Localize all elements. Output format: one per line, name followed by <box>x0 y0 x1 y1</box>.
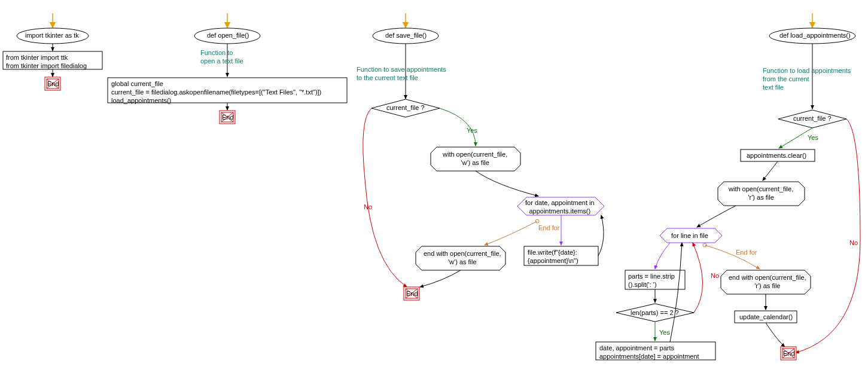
col3-write: file.write(f"{date}: {appointment}\n") <box>528 249 578 265</box>
col4-decision: current_file ? <box>793 115 832 123</box>
col4-len: len(parts) == 2 ? <box>631 309 679 317</box>
col2-code: global current_file current_file = filed… <box>111 80 321 105</box>
col4-yes2: Yes <box>659 329 670 336</box>
svg-line-37 <box>763 161 778 181</box>
col3-comment: Function to save appointments to the cur… <box>357 66 446 82</box>
col2-start: def open_file() <box>207 32 249 40</box>
col3-end: End <box>406 290 418 298</box>
col4-for: for line in file <box>671 232 708 240</box>
col4-comment: Function to load appointments from the c… <box>763 67 851 91</box>
col3-endwith: end with open(current_file, 'w') as file <box>424 250 501 267</box>
col1-start: import tkinter as tk <box>25 32 79 40</box>
col3-with: with open(current_file, 'w') as file <box>443 151 507 167</box>
col4-update: update_calendar() <box>739 313 793 322</box>
col4-endwith: end with open(current_file, 'r') as file <box>729 274 806 291</box>
col1-end: End <box>47 80 59 88</box>
col4-with: with open(current_file, 'r') as file <box>729 185 793 202</box>
col4-no: No <box>849 239 858 246</box>
col4-yes: Yes <box>808 134 818 141</box>
col2-comment: Function to open a text file <box>200 49 243 66</box>
col3-no: No <box>364 203 372 210</box>
col4-no2: No <box>711 272 719 279</box>
col3-endfor: End for <box>538 224 559 231</box>
col4-end: End <box>783 350 795 358</box>
col3-for: for date, appointment in appointments.it… <box>525 199 595 216</box>
col3-yes: Yes <box>467 127 477 134</box>
col3-start: def save_file() <box>385 32 427 40</box>
col4-endfor: End for <box>736 249 757 256</box>
col4-assign: date, appointment = parts appointments[d… <box>599 344 699 361</box>
col1-code: from tkinter import ttk from tkinter imp… <box>6 54 87 71</box>
col3-decision: current_file ? <box>386 104 425 112</box>
col4-parts: parts = line.strip ().split(': ') <box>628 273 675 289</box>
col2-end: End <box>222 114 234 122</box>
col4-clear: appointments.clear() <box>747 152 806 160</box>
col4-start: def load_appointments() <box>779 32 851 40</box>
